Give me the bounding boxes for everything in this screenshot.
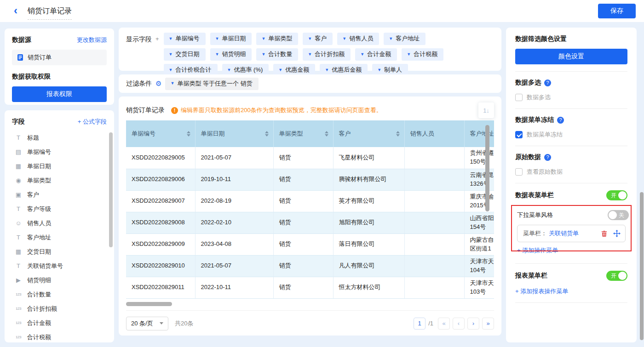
raw-data-checkbox-row[interactable]: 查看原始数据 xyxy=(515,168,627,176)
display-field-chip[interactable]: ▼销货明细 xyxy=(210,48,252,61)
add-report-menu-link[interactable]: + 添加报表操作菜单 xyxy=(515,287,568,296)
table-title: 销货订单记录 xyxy=(126,106,165,114)
add-formula-field-link[interactable]: + 公式字段 xyxy=(78,118,107,126)
table-menubar-toggle[interactable]: 开 xyxy=(606,190,627,200)
calendar-icon: ▦ xyxy=(14,248,23,255)
column-header[interactable]: 客户 xyxy=(333,120,404,147)
field-item[interactable]: ◉单据类型 xyxy=(12,173,107,188)
field-item[interactable]: 123合计数量 xyxy=(12,287,107,301)
sort-carets-icon[interactable] xyxy=(265,131,269,137)
field-item[interactable]: 123合计税额 xyxy=(12,330,107,342)
next-page-button[interactable]: › xyxy=(467,318,479,330)
display-field-chip[interactable]: ▼销售人员 xyxy=(337,33,379,45)
field-item[interactable]: T标题 xyxy=(12,131,107,145)
chevron-down-icon: ▼ xyxy=(169,37,173,41)
field-item[interactable]: ▦交货日期 xyxy=(12,245,107,259)
back-icon[interactable]: ‹ xyxy=(14,5,17,17)
table-horizontal-scrollbar[interactable] xyxy=(126,302,172,306)
help-icon[interactable]: ? xyxy=(544,80,551,86)
field-item[interactable]: ▶销货明细 xyxy=(12,273,107,287)
field-item[interactable]: 123合计金额 xyxy=(12,316,107,330)
window-scrollbar[interactable] xyxy=(640,192,644,340)
menu-freeze-checkbox-row[interactable]: 数据菜单冻结 xyxy=(515,131,627,139)
page-title[interactable]: 销货订单记录 xyxy=(28,6,72,20)
display-field-chip[interactable]: ▼合计税额 xyxy=(402,48,443,61)
cell: 天津市天104号 xyxy=(464,255,494,277)
help-icon[interactable]: ? xyxy=(557,117,564,124)
multi-select-checkbox-row[interactable]: 数据多选 xyxy=(515,93,627,102)
field-item[interactable]: T关联销货单号 xyxy=(12,259,107,273)
page-size-select[interactable]: 20 条/页 xyxy=(126,317,168,330)
cell: 销货 xyxy=(273,255,333,277)
display-field-chip[interactable]: ▼合计数量 xyxy=(256,48,298,61)
multi-select-title: 数据多选 xyxy=(515,79,541,87)
add-display-field-button[interactable]: + xyxy=(155,33,160,66)
select-icon: ▣ xyxy=(14,191,23,198)
column-header[interactable]: 单据编号 xyxy=(126,120,195,147)
chevron-down-icon: ▼ xyxy=(308,52,312,57)
gear-icon[interactable]: ⚙ xyxy=(155,80,161,88)
table-menubar-title: 数据表菜单栏 xyxy=(515,191,554,199)
field-item[interactable]: 123合计折扣额 xyxy=(12,301,107,316)
chip-label: 单据编号 xyxy=(176,34,200,43)
color-settings-button[interactable]: 颜色设置 xyxy=(515,49,627,64)
sort-carets-icon[interactable] xyxy=(325,131,328,137)
cell: 凡人有限公司 xyxy=(333,255,404,277)
double-left-icon: « xyxy=(442,320,445,327)
chevron-down-icon: ▼ xyxy=(169,68,173,72)
column-header[interactable]: 单据类型 xyxy=(273,120,333,147)
number-icon: 123 xyxy=(14,307,23,311)
cell: XSDD20220829006 xyxy=(126,169,195,190)
chevron-down-icon: ▼ xyxy=(308,37,312,41)
field-item[interactable]: ▦单据日期 xyxy=(12,159,107,173)
filter-condition-chip[interactable]: ▼单据类型 等于任意一个 销货 xyxy=(165,78,258,90)
last-page-button[interactable]: » xyxy=(482,318,494,330)
change-datasource-link[interactable]: 更改数据源 xyxy=(77,36,107,44)
display-field-chip[interactable]: ▼单据编号 xyxy=(164,33,206,45)
checkbox-checked[interactable] xyxy=(515,131,523,138)
column-header[interactable]: 销售人员 xyxy=(404,120,464,147)
cell xyxy=(404,212,464,233)
field-list: T标题 ▤单据编号 ▦单据日期 ◉单据类型 ▣客户 T客户等级 ☺销售人员 T客… xyxy=(12,131,107,342)
move-icon[interactable] xyxy=(613,230,621,237)
cell xyxy=(404,233,464,255)
sort-carets-icon[interactable] xyxy=(187,131,190,137)
display-field-chip[interactable]: ▼单据类型 xyxy=(256,33,298,45)
expand-icon: ▶ xyxy=(14,277,23,284)
prev-page-button[interactable]: ‹ xyxy=(453,318,465,330)
column-header-label: 客户地址 xyxy=(470,130,494,138)
field-item[interactable]: ▣客户 xyxy=(12,188,107,202)
checkbox-unchecked[interactable] xyxy=(515,168,523,176)
column-header[interactable]: 客户地址 xyxy=(464,120,494,147)
table-vertical-scrollbar[interactable] xyxy=(485,125,489,211)
cell: 销货 xyxy=(273,147,333,169)
help-icon[interactable]: ? xyxy=(544,154,551,161)
report-menubar-toggle[interactable]: 开 xyxy=(606,271,627,281)
fields-scrollbar[interactable] xyxy=(109,132,113,247)
display-field-chip[interactable]: ▼交货日期 xyxy=(164,48,206,61)
text-icon: T xyxy=(14,262,23,269)
chevron-down-icon: ▼ xyxy=(360,52,364,57)
datasource-item-label: 销货订单 xyxy=(28,53,52,62)
datasource-item[interactable]: 销货订单 xyxy=(12,50,107,65)
field-item[interactable]: ▤单据编号 xyxy=(12,145,107,159)
dropdown-style-toggle[interactable]: 关 xyxy=(608,210,629,220)
sort-settings-button[interactable]: 1↓ xyxy=(478,102,494,118)
display-field-chip[interactable]: ▼客户地址 xyxy=(384,33,426,45)
field-item[interactable]: ☺销售人员 xyxy=(12,216,107,230)
display-field-chip[interactable]: ▼合计折扣额 xyxy=(303,48,351,61)
report-permission-button[interactable]: 报表权限 xyxy=(12,86,107,102)
checkbox-unchecked[interactable] xyxy=(515,94,523,101)
display-field-chip[interactable]: ▼单据日期 xyxy=(210,33,252,45)
linked-sales-order-link[interactable]: 关联销货单 xyxy=(549,229,579,238)
display-field-chip[interactable]: ▼合计金额 xyxy=(355,48,397,61)
save-button[interactable]: 保存 xyxy=(598,4,636,18)
display-field-chip[interactable]: ▼客户 xyxy=(303,33,333,45)
field-item[interactable]: T客户地址 xyxy=(12,230,107,245)
column-header[interactable]: 单据日期 xyxy=(195,120,273,147)
sort-carets-icon[interactable] xyxy=(396,131,400,137)
first-page-button[interactable]: « xyxy=(438,318,450,330)
current-page-input[interactable]: 1 xyxy=(414,318,426,330)
field-item[interactable]: T客户等级 xyxy=(12,202,107,216)
trash-icon[interactable] xyxy=(601,230,608,237)
